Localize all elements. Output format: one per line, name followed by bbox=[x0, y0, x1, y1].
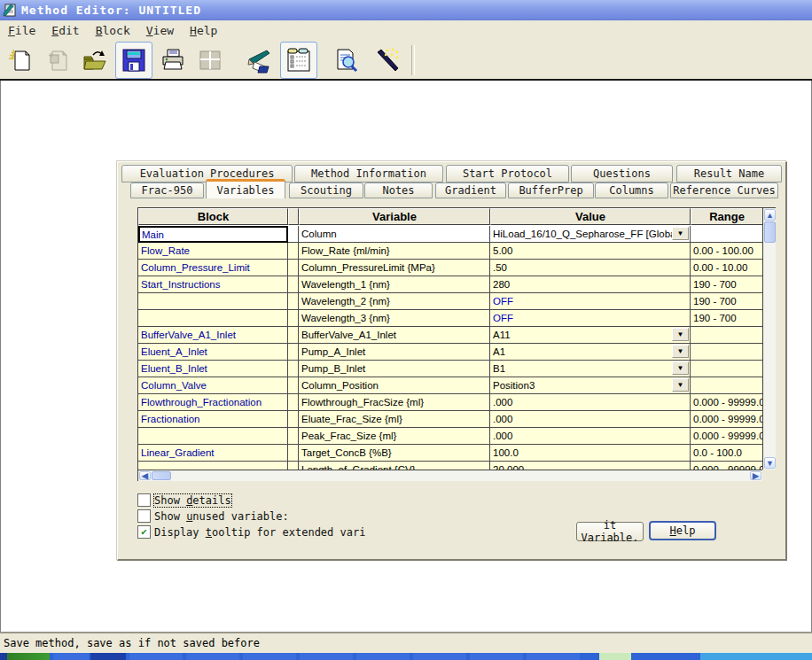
block-cell[interactable]: Flow_Rate bbox=[138, 243, 288, 260]
tab-reference-curves[interactable]: Reference Curves bbox=[670, 182, 778, 198]
range-cell[interactable] bbox=[691, 377, 762, 394]
variable-cell[interactable]: Column_PressureLimit {MPa} bbox=[299, 260, 490, 276]
range-cell[interactable]: 0.000 - 99999.00 bbox=[691, 462, 762, 470]
print-preview-icon[interactable] bbox=[330, 43, 363, 77]
block-cell[interactable]: Column_Pressure_Limit bbox=[138, 260, 288, 276]
value-cell[interactable]: 5.00 bbox=[490, 243, 691, 260]
open-method-icon[interactable] bbox=[78, 43, 112, 77]
horizontal-scroll-thumb[interactable] bbox=[152, 471, 171, 480]
value-cell[interactable]: 20.000 bbox=[490, 462, 691, 470]
checkbox-checked-icon[interactable]: ✔ bbox=[137, 525, 151, 539]
tab-result-name[interactable]: Result Name bbox=[676, 165, 782, 182]
taskbar-window-button[interactable] bbox=[470, 653, 523, 660]
taskbar-window-button[interactable] bbox=[300, 653, 353, 660]
value-cell[interactable]: HiLoad_16/10_Q_Sepharose_FF [Global]▼ bbox=[490, 226, 691, 243]
block-cell[interactable]: Start_Instructions bbox=[138, 276, 288, 293]
scroll-down-icon[interactable]: ▼ bbox=[764, 457, 776, 469]
edit-variable-button[interactable]: it Variable. bbox=[576, 522, 644, 541]
tab-questions[interactable]: Questions bbox=[571, 165, 673, 182]
value-cell[interactable]: A11▼ bbox=[490, 327, 691, 344]
menu-item-block[interactable]: Block bbox=[88, 22, 138, 39]
taskbar-window-button[interactable] bbox=[243, 653, 296, 660]
save-method-icon[interactable] bbox=[115, 42, 152, 79]
block-cell[interactable]: Column_Valve bbox=[138, 377, 288, 394]
dropdown-arrow-icon[interactable]: ▼ bbox=[672, 345, 689, 358]
variable-cell[interactable]: Column bbox=[299, 226, 490, 243]
value-cell[interactable]: A1▼ bbox=[490, 344, 691, 361]
tab-gradient[interactable]: Gradient bbox=[435, 182, 506, 198]
block-cell[interactable]: Flowthrough_Fractionation bbox=[138, 394, 288, 411]
tab-frac-950[interactable]: Frac-950 bbox=[130, 182, 204, 198]
range-cell[interactable]: 0.0 - 100.0 bbox=[691, 445, 762, 462]
checkbox-display-tooltip-for-extended-vari[interactable]: ✔Display tooltip for extended vari bbox=[137, 525, 365, 539]
variable-cell[interactable]: Peak_Frac_Size {ml} bbox=[299, 428, 490, 445]
block-cell[interactable]: Linear_Gradient bbox=[138, 445, 288, 462]
menu-item-view[interactable]: View bbox=[138, 22, 182, 39]
scroll-up-icon[interactable]: ▲ bbox=[764, 209, 776, 221]
checkbox-unchecked-icon[interactable] bbox=[137, 493, 151, 507]
menu-item-file[interactable]: File bbox=[0, 22, 43, 39]
horizontal-scrollbar[interactable]: ◀ ▶ bbox=[138, 470, 762, 481]
taskbar-window-button[interactable] bbox=[527, 653, 580, 660]
print-icon[interactable] bbox=[156, 43, 190, 77]
range-cell[interactable]: 190 - 700 bbox=[691, 293, 762, 310]
tab-columns[interactable]: Columns bbox=[595, 182, 668, 198]
value-cell[interactable]: OFF bbox=[490, 293, 691, 310]
range-cell[interactable]: 190 - 700 bbox=[691, 310, 762, 327]
range-cell[interactable] bbox=[691, 327, 762, 344]
taskbar-window-button[interactable] bbox=[413, 653, 466, 660]
block-cell[interactable]: BufferValve_A1_Inlet bbox=[138, 327, 288, 344]
value-cell[interactable]: .000 bbox=[490, 428, 691, 445]
variable-cell[interactable]: Length_of_Gradient {CV} bbox=[299, 462, 490, 470]
variable-cell[interactable]: Wavelength_3 {nm} bbox=[299, 310, 490, 327]
variable-cell[interactable]: Wavelength_2 {nm} bbox=[299, 293, 490, 310]
taskbar-window-button-active[interactable] bbox=[599, 653, 631, 660]
help-button[interactable]: Help bbox=[649, 521, 716, 540]
taskbar-window-button[interactable] bbox=[356, 653, 410, 660]
checkbox-unchecked-icon[interactable] bbox=[137, 509, 151, 523]
block-cell[interactable]: Eluent_A_Inlet bbox=[138, 344, 288, 361]
dropdown-arrow-icon[interactable]: ▼ bbox=[672, 328, 689, 341]
range-cell[interactable]: 0.00 - 100.00 bbox=[691, 243, 762, 260]
tab-notes[interactable]: Notes bbox=[364, 182, 433, 198]
taskbar-window-button[interactable] bbox=[53, 653, 89, 660]
range-cell[interactable]: 0.000 - 99999.00 bbox=[691, 411, 762, 428]
tab-start-protocol[interactable]: Start Protocol bbox=[446, 165, 569, 182]
method-wizard-wand-icon[interactable] bbox=[371, 43, 404, 77]
taskbar-window-button[interactable] bbox=[186, 653, 239, 660]
value-cell[interactable]: .50 bbox=[490, 260, 691, 276]
dropdown-arrow-icon[interactable]: ▼ bbox=[672, 227, 689, 240]
range-cell[interactable]: 0.000 - 99999.00 bbox=[691, 394, 762, 411]
system-tray[interactable] bbox=[700, 653, 812, 660]
vertical-scrollbar[interactable]: ▲ ▼ bbox=[762, 208, 776, 470]
dropdown-arrow-icon[interactable]: ▼ bbox=[672, 361, 689, 375]
variable-cell[interactable]: BufferValve_A1_Inlet bbox=[299, 327, 490, 344]
variable-cell[interactable]: Pump_B_Inlet bbox=[299, 361, 490, 377]
block-cell[interactable] bbox=[138, 293, 288, 310]
tab-variables[interactable]: Variables bbox=[206, 179, 285, 198]
variable-cell[interactable]: Wavelength_1 {nm} bbox=[299, 276, 490, 293]
new-method-icon[interactable] bbox=[4, 43, 37, 77]
menu-item-edit[interactable]: Edit bbox=[43, 22, 87, 39]
block-cell[interactable]: Fractionation bbox=[138, 411, 288, 428]
range-cell[interactable]: 190 - 700 bbox=[691, 276, 762, 293]
variable-cell[interactable]: Flowthrough_FracSize {ml} bbox=[299, 394, 490, 411]
block-cell[interactable] bbox=[138, 428, 288, 445]
range-cell[interactable] bbox=[691, 226, 762, 243]
block-cell[interactable] bbox=[138, 462, 288, 470]
range-cell[interactable] bbox=[691, 344, 762, 361]
scroll-right-icon[interactable]: ▶ bbox=[750, 471, 761, 480]
range-cell[interactable]: 0.000 - 99999.00 bbox=[691, 428, 762, 445]
block-cell[interactable]: Eluent_B_Inlet bbox=[138, 361, 288, 377]
dropdown-arrow-icon[interactable]: ▼ bbox=[672, 378, 689, 392]
variable-cell[interactable]: Eluate_Frac_Size {ml} bbox=[299, 411, 490, 428]
value-cell[interactable]: 100.0 bbox=[490, 445, 691, 462]
value-cell[interactable]: B1▼ bbox=[490, 361, 691, 377]
block-cell[interactable]: Main bbox=[138, 226, 288, 243]
vertical-scroll-thumb[interactable] bbox=[764, 221, 776, 243]
variable-cell[interactable]: Flow_Rate {ml/min} bbox=[299, 243, 490, 260]
value-cell[interactable]: 280 bbox=[490, 276, 691, 293]
value-cell[interactable]: OFF bbox=[490, 310, 691, 327]
tab-bufferprep[interactable]: BufferPrep bbox=[508, 182, 594, 198]
range-cell[interactable]: 0.00 - 10.00 bbox=[691, 260, 762, 276]
